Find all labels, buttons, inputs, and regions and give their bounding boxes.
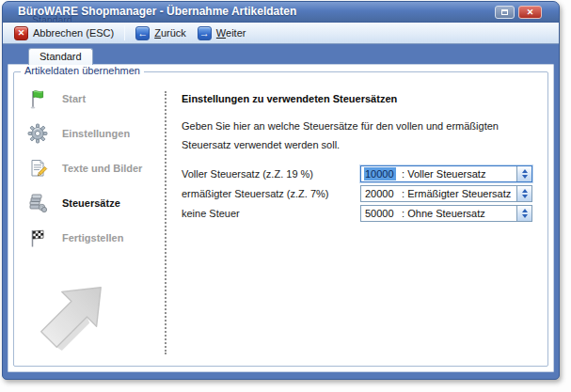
cancel-icon: ✕ [14, 26, 28, 40]
checkered-flag-icon [25, 226, 50, 250]
field-label: Voller Steuersatz (z.Z. 19 %) [182, 168, 360, 180]
field-label: ermäßigter Steuersatz (z.Z. 7%) [182, 188, 360, 199]
field-display-text: : Voller Steuersatz [396, 168, 485, 180]
close-button[interactable]: ✕ [518, 6, 542, 19]
sidebar-item-texte-und-bilder[interactable]: Texte und Bilder [25, 156, 163, 180]
titlebar[interactable]: BüroWARE Shopmanager - Übernahme Artikel… [3, 2, 559, 23]
voller-steuersatz-input[interactable]: 10000 : Voller Steuersatz [360, 165, 532, 182]
sidebar-item-label: Einstellungen [62, 128, 130, 139]
toolbar-separator [124, 25, 125, 40]
step-description: Geben Sie hier an welche Steuersätze für… [182, 117, 538, 154]
back-button[interactable]: ← Zurück [130, 25, 192, 41]
next-label: Weiter [216, 27, 246, 39]
toolbar: ✕ Abbrechen (ESC) ← Zurück → Weiter [3, 23, 559, 44]
groupbox-label: Artikeldaten übernehmen [21, 65, 144, 76]
form-row-keine-steuer: keine Steuer 50000 : Ohne Steuersatz [182, 204, 538, 222]
ermaessigter-steuersatz-input[interactable]: 20000 : Ermäßigter Steuersatz [360, 185, 532, 202]
content-panel: Artikeldaten übernehmen Start [8, 64, 554, 372]
voller-steuersatz-spinner[interactable] [516, 166, 531, 181]
ermaessigter-steuersatz-spinner[interactable] [516, 186, 531, 201]
spinner-up-icon [522, 209, 528, 212]
arrow-watermark-icon [27, 274, 114, 361]
field-value: 20000 [364, 187, 396, 200]
sidebar-item-start[interactable]: Start [25, 86, 163, 111]
field-display-text: : Ermäßigter Steuersatz [396, 188, 511, 199]
tax-form: Voller Steuersatz (z.Z. 19 %) 10000 : Vo… [182, 165, 538, 222]
spinner-down-icon [522, 195, 528, 198]
spinner-down-icon [522, 214, 528, 218]
cancel-button[interactable]: ✕ Abbrechen (ESC) [8, 25, 119, 41]
back-label: Zurück [154, 27, 186, 39]
sidebar-item-label: Fertigstellen [62, 232, 123, 243]
step-heading: Einstellungen zu verwendeten Steuersätze… [182, 93, 538, 104]
next-button[interactable]: → Weiter [192, 25, 252, 41]
cancel-label: Abbrechen (ESC) [33, 27, 114, 39]
document-pencil-icon [25, 156, 50, 180]
money-stack-icon [25, 191, 50, 215]
sidebar-item-label: Texte und Bilder [62, 163, 142, 174]
groupbox-artikeldaten: Artikeldaten übernehmen Start [13, 71, 548, 367]
field-display-text: : Ohne Steuersatz [396, 208, 485, 219]
field-value: 50000 [364, 207, 396, 220]
app-window: BüroWARE Shopmanager - Übernahme Artikel… [2, 1, 560, 380]
tab-standard[interactable]: Standard [28, 48, 93, 65]
close-icon: ✕ [527, 8, 534, 17]
ghost-tab-label: Standard [32, 14, 72, 23]
window-controls: ✕ [495, 6, 542, 19]
sidebar-item-fertigstellen[interactable]: Fertigstellen [25, 226, 163, 250]
sidebar-item-einstellungen[interactable]: Einstellungen [25, 121, 163, 146]
field-label: keine Steuer [182, 208, 360, 219]
sidebar-item-label: Start [62, 93, 86, 104]
back-arrow-icon: ← [135, 26, 150, 40]
spinner-down-icon [522, 175, 528, 179]
spinner-up-icon [522, 189, 528, 193]
spinner-up-icon [522, 169, 528, 173]
sidebar-item-steuersaetze[interactable]: Steuersätze [25, 191, 163, 215]
keine-steuer-input[interactable]: 50000 : Ohne Steuersatz [360, 205, 532, 222]
keine-steuer-spinner[interactable] [516, 206, 531, 221]
dotted-separator [165, 91, 167, 354]
gear-icon [25, 121, 50, 146]
window-body: Standard Artikeldaten übernehmen [3, 44, 559, 379]
restore-button[interactable] [495, 6, 515, 19]
field-value-selected: 10000 [364, 167, 396, 180]
step-content: Einstellungen zu verwendeten Steuersätze… [182, 93, 538, 224]
green-flag-icon [25, 86, 50, 111]
sidebar-item-label: Steuersätze [62, 197, 120, 209]
next-arrow-icon: → [198, 26, 212, 40]
wizard-step-list: Start [25, 86, 163, 260]
form-row-ermaessigter-steuersatz: ermäßigter Steuersatz (z.Z. 7%) 20000 : … [182, 184, 538, 202]
restore-icon [501, 9, 508, 15]
form-row-voller-steuersatz: Voller Steuersatz (z.Z. 19 %) 10000 : Vo… [182, 165, 538, 182]
